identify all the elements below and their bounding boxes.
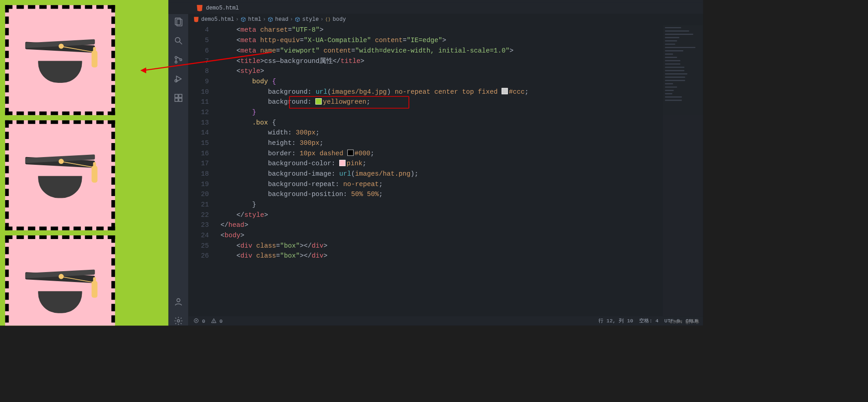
code-line-12[interactable]: } (218, 107, 703, 118)
code-line-26[interactable]: <div class="box"></div> (218, 251, 703, 261)
svg-line-3 (180, 42, 182, 44)
code-line-8[interactable]: <style> (218, 66, 703, 77)
preview-box-1 (5, 5, 115, 115)
svg-point-14 (177, 320, 180, 322)
editor-tabs[interactable]: demo5.html (169, 2, 703, 14)
vscode-editor: demo5.html demo5.html › html (169, 0, 703, 325)
activity-bar (169, 14, 189, 326)
source-control-icon[interactable] (174, 55, 183, 65)
svg-point-2 (175, 38, 180, 43)
code-line-11[interactable]: background: yellowgreen; (218, 97, 703, 107)
breadcrumb-item[interactable]: body (333, 16, 346, 23)
tab-filename[interactable]: demo5.html (206, 5, 239, 11)
status-bar: 0 0 行 12, 列 10 空格: 4 UTF-8 CRLF (188, 316, 703, 325)
code-line-16[interactable]: border: 10px dashed #000; (218, 148, 703, 158)
svg-point-6 (180, 59, 182, 61)
status-errors[interactable]: 0 (194, 318, 205, 324)
svg-rect-10 (179, 94, 182, 97)
status-position[interactable]: 行 12, 列 10 (598, 317, 633, 324)
breadcrumb[interactable]: demo5.html › html › head › style › body (188, 14, 703, 25)
code-line-13[interactable]: .box { (218, 117, 703, 128)
minimap[interactable] (663, 25, 703, 316)
svg-rect-9 (175, 94, 178, 97)
html5-icon (194, 17, 199, 22)
code-line-9[interactable]: body { (218, 76, 703, 86)
code-line-21[interactable]: } (218, 200, 703, 210)
code-editor[interactable]: 4567891011121314151617181920212223242526… (188, 25, 703, 316)
run-debug-icon[interactable] (174, 74, 183, 84)
explorer-icon[interactable] (174, 17, 183, 26)
status-warnings[interactable]: 0 (211, 318, 223, 324)
code-line-4[interactable]: <meta charset="UTF-8"> (218, 25, 703, 35)
cube-icon (267, 16, 273, 22)
search-icon[interactable] (174, 36, 183, 45)
breadcrumb-item[interactable]: style (302, 16, 318, 23)
html5-icon (196, 5, 203, 12)
code-line-17[interactable]: background-color: pink; (218, 158, 703, 169)
code-line-24[interactable]: <body> (218, 230, 703, 241)
watermark: CSDN @泽琳 (669, 318, 699, 325)
accounts-icon[interactable] (174, 297, 183, 306)
preview-box-3 (5, 235, 115, 325)
code-line-25[interactable]: <div class="box"></div> (218, 240, 703, 251)
cube-icon (294, 16, 300, 22)
svg-point-19 (213, 322, 214, 322)
code-line-7[interactable]: <title>css—background属性</title> (218, 56, 703, 66)
code-line-10[interactable]: background: url(images/bg4.jpg) no-repea… (218, 86, 703, 97)
breadcrumb-item[interactable]: head (275, 16, 288, 23)
breadcrumb-item[interactable]: html (248, 16, 261, 23)
code-line-15[interactable]: height: 300px; (218, 138, 703, 148)
hat-image-1 (24, 31, 97, 90)
code-line-18[interactable]: background-image: url(images/hat.png); (218, 169, 703, 179)
hat-image-3 (24, 261, 97, 320)
settings-gear-icon[interactable] (174, 316, 183, 325)
preview-box-2 (5, 120, 115, 230)
status-spaces[interactable]: 空格: 4 (639, 317, 659, 324)
browser-preview (0, 0, 169, 325)
brace-icon (325, 16, 331, 22)
code-line-19[interactable]: background-repeat: no-repeat; (218, 179, 703, 189)
svg-point-5 (175, 61, 177, 63)
breadcrumb-item[interactable]: demo5.html (201, 16, 234, 23)
svg-rect-11 (175, 98, 178, 101)
cube-icon (240, 16, 246, 22)
code-line-20[interactable]: background-position: 50% 50%; (218, 189, 703, 200)
code-line-6[interactable]: <meta name="viewport" content="width=dev… (218, 45, 703, 56)
code-line-5[interactable]: <meta http-equiv="X-UA-Compatible" conte… (218, 35, 703, 46)
svg-point-4 (175, 57, 177, 58)
code-line-23[interactable]: </head> (218, 220, 703, 230)
hat-image-2 (24, 146, 97, 205)
svg-point-13 (177, 299, 180, 302)
svg-rect-12 (179, 98, 182, 101)
code-line-22[interactable]: </style> (218, 210, 703, 220)
svg-point-8 (175, 80, 177, 82)
extensions-icon[interactable] (174, 93, 183, 103)
code-line-14[interactable]: width: 300px; (218, 128, 703, 138)
